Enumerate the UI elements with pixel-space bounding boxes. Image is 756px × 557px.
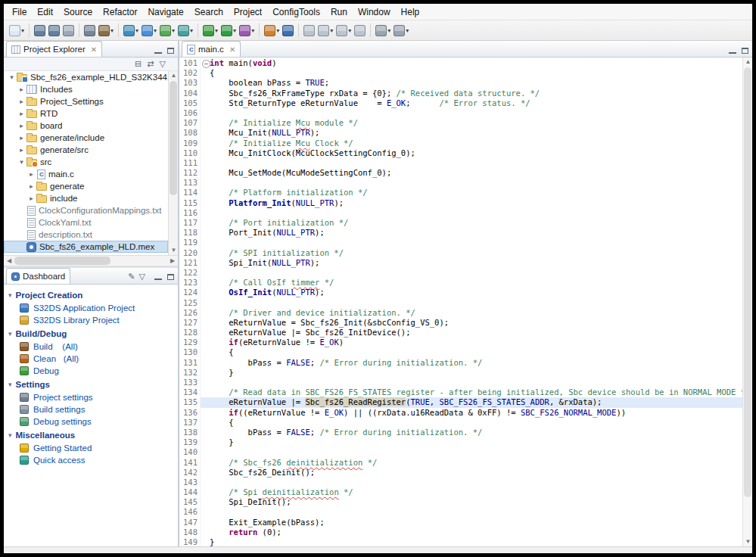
scroll-left-icon[interactable]: ◀ <box>4 256 14 266</box>
view-menu-icon[interactable]: ▽ <box>160 60 166 68</box>
code-line[interactable]: 135 eReturnValue |= Sbc_fs26_ReadRegiste… <box>179 397 742 407</box>
tree-closed-arrow-icon[interactable]: ▸ <box>26 170 36 178</box>
dashboard-item-quick-access[interactable]: Quick access <box>5 454 176 466</box>
code-line[interactable]: 140 <box>179 447 742 457</box>
code-line[interactable]: 128 eReturnValue |= Sbc_fs26_InitDevice(… <box>179 328 742 338</box>
code-line[interactable]: 114 /* Platform initialization */ <box>179 188 742 198</box>
build-button[interactable]: ▾ <box>97 23 115 38</box>
code-line[interactable]: 131 bPass = FALSE; /* Error during initi… <box>179 358 742 368</box>
maximize-button[interactable] <box>167 274 174 280</box>
code-line[interactable]: 121 Spi_Init(NULL_PTR); <box>179 258 742 268</box>
menu-help[interactable]: Help <box>396 5 425 19</box>
code-line[interactable]: 122 <box>179 268 742 278</box>
code-line[interactable]: 148 return (0); <box>179 527 742 537</box>
external-tools-button[interactable]: ▾ <box>263 23 281 38</box>
code-line[interactable]: 141 /* Sbc_fs26 deinitialization */ <box>179 458 742 468</box>
last-edit-location-button[interactable] <box>353 23 367 38</box>
menu-navigate[interactable]: Navigate <box>142 5 188 19</box>
tree-open-arrow-icon[interactable]: ▾ <box>7 73 17 81</box>
code-line[interactable]: 116 <box>179 208 742 218</box>
debug-button[interactable]: ▾ <box>201 23 219 38</box>
close-icon[interactable]: ✕ <box>229 45 235 54</box>
section-collapse-icon[interactable]: ▾ <box>8 330 12 338</box>
code-line[interactable]: 110 Mcu_InitClock(McuClockSettingConfig_… <box>179 148 742 158</box>
code-line[interactable]: 132 } <box>179 368 742 378</box>
code-line[interactable]: 115 Platform_Init(NULL_PTR); <box>179 198 742 208</box>
tree-item-includes[interactable]: ▸Includes <box>4 83 168 95</box>
code-line[interactable]: 146 <box>179 507 742 517</box>
code-line[interactable]: 106 <box>179 108 742 118</box>
code-line[interactable]: 136 if((eReturnValue != E_OK) || ((rxDat… <box>179 408 742 418</box>
tab-project-explorer[interactable]: Project Explorer ✕ <box>6 41 102 57</box>
minimize-button[interactable] <box>729 48 736 54</box>
clocks-tool-button[interactable]: ▾ <box>158 23 176 38</box>
scroll-down-icon[interactable]: ▼ <box>169 246 179 255</box>
dashboard-section-build-debug[interactable]: ▾Build/Debug <box>5 326 176 341</box>
profile-button[interactable]: ▾ <box>238 23 256 38</box>
code-area[interactable]: 101int main(void)102{103 boolean bPass =… <box>179 58 742 546</box>
code-line[interactable]: 138 bPass = FALSE; /* Error during initi… <box>179 428 742 437</box>
tree-item-board[interactable]: ▸board <box>4 120 168 132</box>
dashboard-section-settings[interactable]: ▾Settings <box>5 377 176 391</box>
code-line[interactable]: 104 Sbc_fs26_RxFrameType rxData = {0}; /… <box>179 89 742 98</box>
peripherals-tool-button[interactable]: ▾ <box>176 23 194 38</box>
tree-closed-arrow-icon[interactable]: ▸ <box>17 98 26 105</box>
maximize-button[interactable] <box>742 48 748 54</box>
menu-project[interactable]: Project <box>229 5 267 19</box>
code-line[interactable]: 130 { <box>179 347 742 357</box>
tree-item-sbc-fs26-example-hld-mex[interactable]: Sbc_fs26_example_HLD.mex <box>4 241 168 253</box>
code-line[interactable]: 127 eReturnValue = Sbc_fs26_Init(&sbcCon… <box>179 318 742 328</box>
code-line[interactable]: 103 boolean bPass = TRUE; <box>179 78 742 88</box>
dashboard-item-s32ds-library-project[interactable]: S32DS Library Project <box>5 314 176 326</box>
tree-closed-arrow-icon[interactable]: ▸ <box>17 146 26 154</box>
tree-item-description-txt[interactable]: description.txt <box>4 229 168 241</box>
scroll-right-icon[interactable]: ▶ <box>167 256 178 266</box>
code-line[interactable]: 101int main(void) <box>179 58 742 68</box>
code-line[interactable]: 133 <box>179 378 742 387</box>
tree-horizontal-scrollbar[interactable]: ◀ ▶ <box>4 255 178 266</box>
menu-search[interactable]: Search <box>189 5 229 19</box>
scrollbar-thumb[interactable] <box>170 81 177 195</box>
tree-closed-arrow-icon[interactable]: ▸ <box>26 194 36 202</box>
dashboard-item-s32ds-application-project[interactable]: S32DS Application Project <box>5 302 176 314</box>
editor-scrollbar[interactable]: ▲ ▼ <box>742 58 752 546</box>
fold-collapse-icon[interactable] <box>200 58 210 68</box>
code-line[interactable]: 149} <box>179 537 742 546</box>
back-button[interactable]: ▾ <box>374 23 392 38</box>
dashboard-section-miscellaneous[interactable]: ▾Miscellaneous <box>5 428 176 442</box>
menu-edit[interactable]: Edit <box>32 5 58 19</box>
tree-item-generate-include[interactable]: ▸generate/include <box>4 132 168 144</box>
code-line[interactable]: 147 Exit_Example(bPass); <box>179 518 742 527</box>
code-line[interactable]: 120 /* SPI initialization */ <box>179 248 742 258</box>
save-button[interactable] <box>33 23 47 38</box>
tree-item-rtd[interactable]: ▸RTD <box>4 107 168 120</box>
code-line[interactable]: 126 /* Driver and device initialization.… <box>179 308 742 318</box>
code-line[interactable]: 123 /* Call OsIf timmer */ <box>179 278 742 288</box>
tree-closed-arrow-icon[interactable]: ▸ <box>17 86 26 93</box>
tree-item-sbc-fs26-example-hld-s32k344-debu[interactable]: ▾Sbc_fs26_example_HLD_S32K344: Debu <box>4 71 168 83</box>
code-line[interactable]: 111 <box>179 158 742 168</box>
code-line[interactable]: 119 <box>179 238 742 247</box>
link-with-editor-icon[interactable]: ⇄ <box>147 60 154 68</box>
dashboard-item-clean-all[interactable]: Clean (All) <box>5 353 176 365</box>
menu-source[interactable]: Source <box>58 5 98 19</box>
save-all-button[interactable] <box>47 23 61 38</box>
tab-main-c[interactable]: main.c ✕ <box>182 41 241 57</box>
tree-item-include[interactable]: ▸include <box>4 192 168 204</box>
mark-occurrences-button[interactable] <box>302 23 316 38</box>
tree-item-main-c[interactable]: ▸main.c <box>4 168 168 180</box>
close-icon[interactable]: ✕ <box>91 45 97 54</box>
menu-file[interactable]: File <box>7 5 32 19</box>
minimize-button[interactable] <box>154 48 162 54</box>
scroll-up-icon[interactable]: ▲ <box>169 71 179 80</box>
new-wizard-button[interactable]: ▾ <box>8 23 26 38</box>
tree-item-src[interactable]: ▾src <box>4 156 168 168</box>
scrollbar-thumb[interactable] <box>14 257 110 265</box>
code-line[interactable]: 142 Sbc_fs26_Deinit(); <box>179 468 742 478</box>
menu-configtools[interactable]: ConfigTools <box>267 5 325 19</box>
tree-closed-arrow-icon[interactable]: ▸ <box>17 122 26 129</box>
code-line[interactable]: 105 Std_ReturnType eReturnValue = E_OK; … <box>179 98 742 108</box>
section-collapse-icon[interactable]: ▾ <box>8 291 12 299</box>
view-menu-icon[interactable]: ▽ <box>139 272 145 281</box>
code-line[interactable]: 129 if(eReturnValue != E_OK) <box>179 338 742 347</box>
